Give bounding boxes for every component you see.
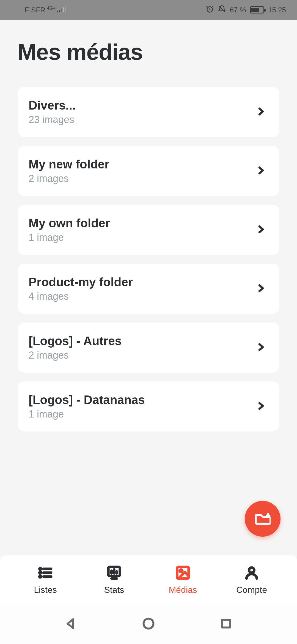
folder-info: [Logos] - Datananas 1 image [29,393,145,420]
home-icon[interactable] [142,617,155,631]
folder-card-product-my-folder[interactable]: Product-my folder 4 images [18,264,279,314]
folder-count: 2 images [29,350,122,361]
folder-card-divers[interactable]: Divers... 23 images [18,87,279,137]
folder-list: Divers... 23 images My new folder 2 imag… [18,87,279,432]
folder-info: Product-my folder 4 images [29,275,133,302]
svg-point-21 [180,569,182,572]
new-folder-fab[interactable] [245,501,280,537]
svg-rect-1 [59,10,60,12]
chevron-right-icon [256,224,266,235]
svg-rect-4 [65,6,65,12]
nav-item-medias[interactable]: Médias [148,565,217,595]
chevron-right-icon [256,283,266,294]
folder-card-logos-autres[interactable]: [Logos] - Autres 2 images [18,323,279,373]
folder-info: My new folder 2 images [29,157,109,184]
nav-label: Compte [236,585,267,595]
svg-point-24 [144,619,153,629]
nav-item-stats[interactable]: Stats [80,565,148,595]
chevron-right-icon [256,107,266,118]
svg-rect-2 [61,9,62,12]
page-title: Mes médias [18,39,279,65]
folder-info: My own folder 1 image [29,216,110,243]
alarm-icon [206,5,214,15]
clock: 15:25 [268,6,286,14]
folder-count: 1 image [29,232,110,243]
recent-icon[interactable] [219,617,233,631]
folder-plus-icon [255,512,271,526]
battery-pct: 67 % [230,6,246,14]
folder-name: [Logos] - Autres [29,334,122,348]
folder-name: My own folder [29,216,110,230]
folder-name: [Logos] - Datananas [29,393,145,407]
svg-rect-0 [57,11,58,12]
folder-name: My new folder [29,157,109,171]
nav-label: Stats [104,585,124,595]
signal-icon [57,6,65,14]
folder-info: [Logos] - Autres 2 images [29,334,122,361]
battery-icon [250,6,264,13]
chevron-right-icon [256,342,266,353]
svg-point-10 [40,572,41,574]
stats-icon [106,565,122,582]
svg-point-12 [40,576,41,577]
chevron-right-icon [256,165,266,176]
status-right: 67 % 15:25 [206,5,286,15]
svg-point-8 [40,568,41,570]
nav-label: Listes [34,585,57,595]
system-nav-bar [0,604,297,644]
svg-point-22 [249,567,254,573]
svg-marker-23 [68,619,73,628]
nav-label: Médias [169,585,197,595]
chevron-right-icon [256,401,266,412]
nav-item-compte[interactable]: Compte [217,565,286,595]
folder-card-my-new-folder[interactable]: My new folder 2 images [18,146,279,196]
folder-card-my-own-folder[interactable]: My own folder 1 image [18,205,279,255]
folder-info: Divers... 23 images [29,99,76,125]
status-bar: F SFR 4G+ 67 % 15:25 [0,0,297,20]
list-icon [38,565,53,582]
folder-name: Divers... [29,99,76,112]
folder-count: 4 images [29,291,133,302]
svg-rect-3 [63,7,64,12]
media-icon [175,565,191,582]
back-icon[interactable] [64,617,78,631]
status-left: F SFR 4G+ [25,6,65,14]
mute-icon [218,5,226,15]
folder-count: 23 images [29,114,76,125]
carrier-label: F SFR [25,6,45,14]
folder-count: 2 images [29,173,109,184]
network-type: 4G+ [47,6,56,11]
folder-name: Product-my folder [29,275,133,289]
svg-rect-25 [222,620,230,627]
nav-item-listes[interactable]: Listes [11,565,80,595]
folder-card-logos-datananas[interactable]: [Logos] - Datananas 1 image [18,381,279,432]
bottom-nav: Listes Stats Médias Compte [0,555,297,604]
account-icon [244,565,259,582]
folder-count: 1 image [29,408,145,420]
